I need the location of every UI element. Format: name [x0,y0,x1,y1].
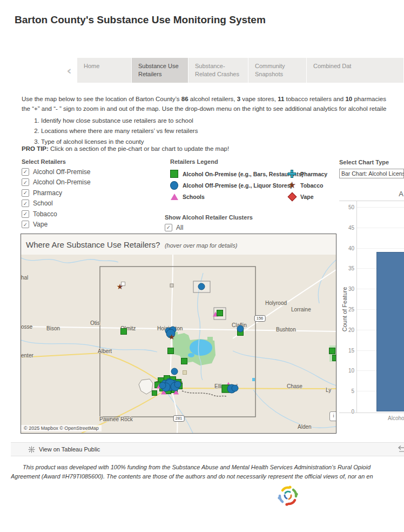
tableau-icon [28,446,35,453]
map-title: Where Are Substance Use Retailers? [26,240,160,249]
brown-star-icon: ★ [288,181,296,189]
org-swirl-logo [275,483,300,508]
y-tick-label: 10 [348,368,354,374]
checkbox-pharmacy[interactable]: ✓ Pharmacy [22,189,119,197]
tableau-toolbar: View on Tableau Public [11,442,404,456]
checkbox-icon[interactable]: ✓ [22,189,29,197]
y-tick-label: 35 [348,265,354,271]
checkbox-icon[interactable]: ✓ [22,221,29,228]
map-marker-alcohol-on-premise[interactable] [332,355,336,361]
map-control-partial[interactable]: i [329,411,336,421]
map-town-label: Bison [46,325,60,331]
undo-icon[interactable] [398,445,404,456]
map-marker-alcohol-on-premise[interactable] [120,328,127,335]
highway-shield: 281 [173,415,185,422]
y-axis-label: Count of Feature [341,282,348,336]
checkbox-icon[interactable]: ✓ [22,210,29,218]
map-marker-alcohol-on-premise[interactable] [152,390,157,396]
map-marker-alcohol-off-premise[interactable] [232,385,239,392]
map-marker-alcohol-on-premise[interactable] [167,348,174,354]
map-town-label: enter [21,353,33,358]
cluster-filter-title: Show Alcohol Retailer Clusters [165,214,253,221]
checkbox-icon[interactable]: ✓ [22,168,29,176]
pink-triangle-icon [170,192,178,201]
tabs-back-chevron-icon[interactable]: ‹ [61,58,77,83]
map-town-label: Lorraine [291,307,311,312]
map-basemap [21,255,336,433]
tab-home[interactable]: Home [77,58,131,83]
checkbox-alcohol-on-premise[interactable]: ✓ Alcohol On-Premise [22,178,119,186]
map-town-label: Bushton [276,327,296,332]
teal-cross-icon [288,170,296,178]
highway-shield: 156 [254,315,266,322]
y-tick-label: 25 [348,307,354,312]
map-marker-alcohol-on-premise[interactable] [217,310,223,316]
map-marker-tobacco[interactable]: ★ [169,333,176,341]
tab-community-snapshots[interactable]: Community Snapshots [248,58,306,83]
map-town-label: Albert [98,348,112,354]
map-marker-alcohol-off-premise[interactable] [174,381,181,388]
y-tick-label: 15 [348,347,354,353]
intro-text: Use the map below to see the location of… [22,95,404,148]
bar-chart: A Count of Feature 05101520253035404550A… [339,184,404,428]
y-tick-label: 0 [351,409,354,415]
tab-substance-related-crashes[interactable]: Substance-Related Crashes [188,58,248,83]
checkbox-icon[interactable]: ✓ [22,200,29,207]
gridline [357,228,404,228]
map-marker-alcohol-off-premise[interactable] [159,382,166,389]
map-marker-alcohol-off-premise[interactable] [237,325,244,332]
checkbox-tobacco[interactable]: ✓ Tobacco [22,210,119,218]
map-town-label: Alden [298,424,312,430]
map-marker-small-box[interactable] [183,370,187,375]
map-town-label: Holyrood [265,300,287,306]
dashboard-page: Barton County's Substance Use Monitoring… [0,0,404,532]
y-axis-line [356,201,357,413]
bar-alcohol-license[interactable] [376,252,404,411]
map-town-label: Ly [326,387,331,393]
filter-title: Select Retailers [22,158,119,165]
gridline [357,207,404,208]
y-tick-label: 20 [348,327,354,332]
tab-combined-data[interactable]: Combined Dat [307,58,403,83]
checkbox-icon[interactable]: ✓ [165,224,172,231]
checkbox-vape[interactable]: ✓ Vape [22,221,119,228]
intro-list: Identify how close substance use retaile… [22,116,404,147]
x-category-label: Alcoho [388,415,404,421]
bar-chart-title: A [399,190,403,198]
map-marker-alcohol-off-premise[interactable] [198,283,205,290]
map-marker-alcohol-off-premise[interactable] [171,368,178,375]
funding-disclaimer: This product was developed with 100% fun… [11,463,404,481]
map[interactable]: halosseBisonOtisOlmitzHoisingtonenterAlb… [21,255,336,433]
map-marker-alcohol-on-premise[interactable] [329,348,335,354]
map-marker-alcohol-on-premise[interactable] [181,358,187,364]
tab-substance-use-retailers[interactable]: Substance Use Retailers [132,58,188,83]
map-marker-small-box[interactable] [170,284,174,288]
legend-item: ★ Tobacco [288,179,332,191]
checkbox-all-clusters[interactable]: ✓ All [165,224,253,231]
map-marker-tobacco[interactable]: ★ [117,283,124,290]
checkbox-icon[interactable]: ✓ [22,178,29,186]
checkbox-alcohol-off-premise[interactable]: ✓ Alcohol Off-Premise [22,168,119,176]
page-title: Barton County's Substance Use Monitoring… [15,14,266,26]
select-retailers-filter: Select Retailers ✓ Alcohol Off-Premise ✓… [22,158,119,228]
intro-list-item: Locations where there are many retailers… [41,127,404,136]
gridline [357,248,404,249]
checkbox-school[interactable]: ✓ School [22,200,119,207]
chart-type-dropdown[interactable]: Bar Chart: Alcohol License [339,169,404,178]
map-town-label: osse [21,324,32,330]
y-tick-label: 5 [351,388,354,394]
view-on-tableau-public[interactable]: View on Tableau Public [28,443,100,456]
intro-line-1: Use the map below to see the location of… [22,95,404,104]
y-tick-label: 50 [348,204,354,210]
cluster-filter: Show Alcohol Retailer Clusters ✓ All [165,214,253,231]
y-tick-label: 45 [348,224,354,230]
legend-item: Pharmacy [288,168,332,179]
y-tick-label: 40 [348,245,354,251]
legend-item: Alcohol Off-Premise (e.g., Liquor Stores… [170,179,288,191]
legend-item: Alcohol On-Premise (e.g., Bars, Restaura… [170,168,288,179]
legend-title: Retailers Legend [170,158,332,165]
x-axis-line [339,413,404,413]
tab-bar: ‹ Home Substance Use Retailers Substance… [61,58,404,83]
pro-tip: PRO TIP: Click on a section of the pie-c… [22,145,229,152]
map-town-label: hal [21,275,28,281]
